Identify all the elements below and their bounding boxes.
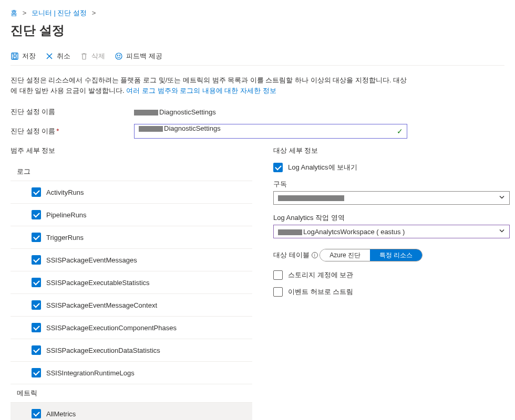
svg-point-2	[116, 53, 122, 59]
log-category-row[interactable]: SSISIntegrationRuntimeLogs	[11, 362, 252, 384]
categories-section-title: 범주 세부 정보	[11, 146, 252, 155]
dest-storage-checkbox[interactable]	[273, 270, 283, 280]
dest-storage-label: 스토리지 계정에 보관	[288, 270, 353, 280]
log-category-checkbox[interactable]	[32, 210, 41, 219]
redacted-prefix	[139, 126, 163, 132]
svg-point-4	[119, 55, 120, 56]
metrics-heading: 메트릭	[11, 384, 252, 403]
log-category-row[interactable]: SSISPackageExecutionDataStatistics	[11, 339, 252, 362]
log-category-label: ActivityRuns	[46, 188, 84, 196]
chevron-down-icon	[499, 228, 505, 236]
dest-log-analytics-checkbox[interactable]	[273, 163, 283, 172]
log-category-label: SSISIntegrationRuntimeLogs	[46, 369, 135, 377]
name-input[interactable]: DiagnosticSettings	[134, 124, 407, 139]
log-category-label: SSISPackageEventMessageContext	[46, 301, 157, 309]
metric-category-checkbox[interactable]	[32, 409, 41, 418]
dest-eventhub-checkbox[interactable]	[273, 287, 283, 297]
svg-rect-0	[12, 53, 18, 59]
redacted-subscription	[278, 195, 344, 201]
cancel-label: 취소	[57, 51, 70, 61]
redacted-workspace-prefix	[278, 229, 302, 235]
chevron-down-icon	[499, 194, 505, 202]
log-category-label: SSISPackageExecutableStatistics	[46, 279, 150, 287]
log-category-checkbox[interactable]	[32, 187, 41, 197]
workspace-label: Log Analytics 작업 영역	[273, 213, 510, 223]
redacted-prefix	[134, 110, 158, 116]
subscription-label: 구독	[273, 180, 510, 189]
metric-category-label: AllMetrics	[46, 410, 76, 418]
subscription-select[interactable]	[273, 191, 510, 205]
delete-button: 삭제	[80, 51, 105, 61]
feedback-button[interactable]: 피드백 제공	[115, 51, 162, 61]
log-category-checkbox[interactable]	[32, 278, 41, 287]
log-category-label: SSISPackageExecutionComponentPhases	[46, 324, 177, 332]
log-category-label: PipelineRuns	[46, 211, 87, 219]
workspace-select[interactable]: LogAnalytcsWorkspace ( eastus )	[273, 225, 510, 238]
toolbar: 저장 취소 삭제 피드백 제공	[11, 51, 504, 66]
log-category-checkbox[interactable]	[32, 345, 41, 355]
svg-point-3	[117, 55, 118, 56]
name-input-label: 진단 설정 이름*	[11, 127, 134, 136]
description-text: 진단 설정은 리소스에서 수집하려는 플랫폼 로그 및/또는 메트릭의 범주 목…	[11, 75, 410, 96]
log-category-checkbox[interactable]	[32, 368, 41, 377]
name-input-row: 진단 설정 이름* DiagnosticSettings ✓	[11, 124, 504, 139]
dest-eventhub-row[interactable]: 이벤트 허브로 스트림	[273, 287, 510, 297]
metric-category-row[interactable]: AllMetrics	[11, 403, 252, 420]
cancel-button[interactable]: 취소	[45, 51, 70, 61]
valid-check-icon: ✓	[397, 127, 403, 135]
dest-log-analytics-label: Log Analytics에 보내기	[288, 163, 357, 172]
log-category-label: SSISPackageEventMessages	[46, 256, 137, 264]
page-title: 진단 설정	[11, 22, 504, 39]
log-category-checkbox[interactable]	[32, 255, 41, 265]
log-category-row[interactable]: SSISPackageEventMessageContext	[11, 294, 252, 317]
save-button[interactable]: 저장	[11, 51, 36, 61]
breadcrumb: 홈 > 모니터 | 진단 설정 >	[11, 8, 504, 18]
delete-label: 삭제	[91, 51, 105, 61]
target-table-label: 대상 테이블 i	[273, 250, 318, 260]
save-icon	[11, 52, 19, 60]
log-category-label: SSISPackageExecutionDataStatistics	[46, 346, 160, 354]
log-category-row[interactable]: SSISPackageExecutionComponentPhases	[11, 317, 252, 339]
svg-rect-1	[13, 57, 16, 59]
feedback-label: 피드백 제공	[126, 51, 162, 61]
dest-eventhub-label: 이벤트 허브로 스트림	[288, 287, 353, 297]
dest-storage-row[interactable]: 스토리지 계정에 보관	[273, 270, 510, 280]
log-category-checkbox[interactable]	[32, 233, 41, 242]
log-category-row[interactable]: SSISPackageExecutableStatistics	[11, 271, 252, 294]
breadcrumb-monitor[interactable]: 모니터 | 진단 설정	[32, 9, 87, 17]
log-category-checkbox[interactable]	[32, 323, 41, 332]
log-category-row[interactable]: TriggerRuns	[11, 226, 252, 249]
feedback-icon	[115, 52, 123, 60]
log-category-row[interactable]: SSISPackageEventMessages	[11, 249, 252, 271]
log-category-row[interactable]: PipelineRuns	[11, 204, 252, 226]
logs-heading: 로그	[11, 163, 252, 181]
breadcrumb-home[interactable]: 홈	[11, 9, 17, 17]
breadcrumb-sep: >	[23, 9, 27, 17]
log-category-label: TriggerRuns	[46, 234, 84, 242]
cancel-icon	[45, 52, 54, 60]
log-category-checkbox[interactable]	[32, 300, 41, 310]
pill-azure-diagnostics[interactable]: Azure 진단	[320, 249, 370, 261]
name-static-value: DiagnosticSettings	[134, 108, 216, 116]
dest-log-analytics-row[interactable]: Log Analytics에 보내기	[273, 163, 510, 172]
description-link[interactable]: 여러 로그 범주와 로그의 내용에 대한 자세한 정보	[126, 87, 276, 94]
pill-resource-specific[interactable]: 특정 리소스	[370, 249, 422, 261]
name-static-label: 진단 설정 이름	[11, 107, 134, 117]
delete-icon	[80, 52, 88, 60]
target-table-toggle[interactable]: Azure 진단 특정 리소스	[320, 249, 423, 261]
info-icon[interactable]: i	[312, 252, 318, 258]
log-category-row[interactable]: ActivityRuns	[11, 181, 252, 204]
save-label: 저장	[22, 51, 36, 61]
breadcrumb-sep: >	[92, 9, 96, 17]
destinations-section-title: 대상 세부 정보	[273, 146, 510, 155]
name-static-row: 진단 설정 이름 DiagnosticSettings	[11, 107, 504, 117]
